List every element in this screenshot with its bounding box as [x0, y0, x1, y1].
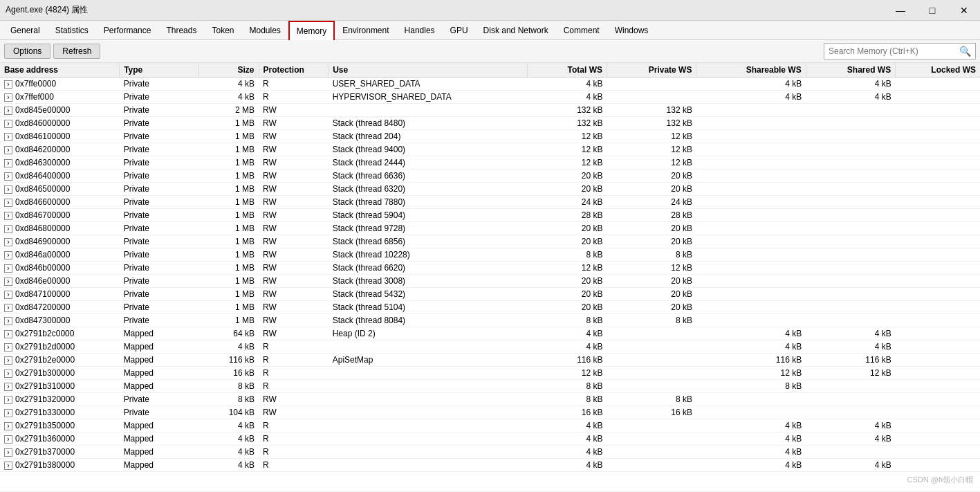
table-row[interactable]: ›0x7ffef000Private4 kBRHYPERVISOR_SHARED…: [0, 91, 980, 104]
expand-icon[interactable]: ›: [4, 356, 12, 365]
table-row[interactable]: ›0x2791b300000Mapped16 kBR12 kB12 kB12 k…: [0, 367, 980, 380]
cell-size: 64 kB: [199, 327, 259, 340]
table-row[interactable]: ›0x2791b350000Mapped4 kBR4 kB4 kB4 kB: [0, 419, 980, 432]
table-row[interactable]: ›0xd846600000Private1 MBRWStack (thread …: [0, 196, 980, 209]
expand-icon[interactable]: ›: [4, 199, 12, 207]
table-row[interactable]: ›0x2791b370000Mapped4 kBR4 kB4 kB: [0, 446, 980, 459]
col-header-lockedws[interactable]: Locked WS: [896, 63, 980, 78]
table-row[interactable]: ›0xd846000000Private1 MBRWStack (thread …: [0, 117, 980, 130]
table-row[interactable]: ›0xd846900000Private1 MBRWStack (thread …: [0, 235, 980, 248]
expand-icon[interactable]: ›: [4, 291, 12, 299]
title-bar-controls: — □ ✕: [885, 0, 980, 21]
cell-sharedws: [806, 130, 895, 143]
tab-performance[interactable]: Performance: [96, 21, 159, 40]
expand-icon[interactable]: ›: [4, 238, 12, 246]
table-row[interactable]: ›0xd846e00000Private1 MBRWStack (thread …: [0, 275, 980, 288]
table-row[interactable]: ›0xd846300000Private1 MBRWStack (thread …: [0, 156, 980, 170]
tab-comment[interactable]: Comment: [556, 21, 607, 40]
expand-icon[interactable]: ›: [4, 251, 12, 259]
table-row[interactable]: ›0xd846b00000Private1 MBRWStack (thread …: [0, 262, 980, 275]
tab-threads[interactable]: Threads: [158, 21, 204, 40]
expand-icon[interactable]: ›: [4, 264, 12, 273]
expand-icon[interactable]: ›: [4, 185, 12, 194]
expand-icon[interactable]: ›: [4, 383, 12, 391]
expand-icon[interactable]: ›: [4, 120, 12, 128]
expand-icon[interactable]: ›: [4, 343, 12, 352]
table-row[interactable]: ›0xd846700000Private1 MBRWStack (thread …: [0, 209, 980, 222]
table-row[interactable]: ›0x2791b360000Mapped4 kBR4 kB4 kB4 kB: [0, 432, 980, 446]
table-row[interactable]: ›0x2791b2e0000Mapped116 kBRApiSetMap116 …: [0, 354, 980, 367]
expand-icon[interactable]: ›: [4, 317, 12, 325]
table-row[interactable]: ›0xd847200000Private1 MBRWStack (thread …: [0, 301, 980, 314]
expand-icon[interactable]: ›: [4, 172, 12, 181]
expand-icon[interactable]: ›: [4, 212, 12, 220]
table-row[interactable]: ›0x2791b330000Private104 kBRW16 kB16 kB: [0, 406, 980, 419]
col-header-size[interactable]: Size: [199, 63, 259, 78]
cell-sharedws: 116 kB: [806, 354, 895, 367]
memory-table-wrapper[interactable]: Base addressTypeSizeProtectionUseTotal W…: [0, 63, 980, 491]
table-row[interactable]: ›0xd846500000Private1 MBRWStack (thread …: [0, 183, 980, 196]
expand-icon[interactable]: ›: [4, 80, 12, 89]
cell-use: [329, 367, 528, 380]
expand-icon[interactable]: ›: [4, 107, 12, 115]
expand-icon[interactable]: ›: [4, 409, 12, 417]
cell-totalws: 4 kB: [527, 340, 607, 354]
tab-statistics[interactable]: Statistics: [48, 21, 96, 40]
expand-icon[interactable]: ›: [4, 93, 12, 102]
tab-windows[interactable]: Windows: [607, 21, 656, 40]
col-header-protection[interactable]: Protection: [259, 63, 329, 78]
col-header-sharedws[interactable]: Shared WS: [806, 63, 895, 78]
expand-icon[interactable]: ›: [4, 448, 12, 457]
table-row[interactable]: ›0xd847300000Private1 MBRWStack (thread …: [0, 314, 980, 327]
tab-environment[interactable]: Environment: [335, 21, 396, 40]
table-row[interactable]: ›0xd845e00000Private2 MBRW132 kB132 kB: [0, 104, 980, 117]
col-header-baseaddress[interactable]: Base address: [0, 63, 120, 78]
tab-token[interactable]: Token: [204, 21, 241, 40]
col-header-type[interactable]: Type: [120, 63, 199, 78]
expand-icon[interactable]: ›: [4, 146, 12, 154]
tab-modules[interactable]: Modules: [241, 21, 288, 40]
expand-icon[interactable]: ›: [4, 462, 12, 470]
refresh-button[interactable]: Refresh: [53, 44, 100, 59]
table-row[interactable]: ›0xd846100000Private1 MBRWStack (thread …: [0, 130, 980, 143]
tab-gpu[interactable]: GPU: [443, 21, 476, 40]
table-row[interactable]: ›0xd846200000Private1 MBRWStack (thread …: [0, 143, 980, 156]
table-row[interactable]: ›0xd846a00000Private1 MBRWStack (thread …: [0, 248, 980, 262]
tab-disknet[interactable]: Disk and Network: [476, 21, 556, 40]
table-row[interactable]: ›0x2791b380000Mapped4 kBR4 kB4 kB4 kB: [0, 459, 980, 472]
cell-type: Private: [120, 288, 199, 301]
col-header-totalws[interactable]: Total WS: [527, 63, 607, 78]
expand-icon[interactable]: ›: [4, 133, 12, 141]
expand-icon[interactable]: ›: [4, 330, 12, 338]
expand-icon[interactable]: ›: [4, 304, 12, 312]
tab-handles[interactable]: Handles: [397, 21, 443, 40]
options-button[interactable]: Options: [4, 44, 50, 59]
expand-icon[interactable]: ›: [4, 159, 12, 167]
table-row[interactable]: ›0x2791b320000Private8 kBRW8 kB8 kB: [0, 393, 980, 406]
table-row[interactable]: ›0x7ffe0000Private4 kBRUSER_SHARED_DATA4…: [0, 78, 980, 91]
table-row[interactable]: ›0x2791b2d0000Mapped4 kBR4 kB4 kB4 kB: [0, 340, 980, 354]
col-header-shareablews[interactable]: Shareable WS: [696, 63, 806, 78]
table-row[interactable]: ›0xd846800000Private1 MBRWStack (thread …: [0, 222, 980, 235]
expand-icon[interactable]: ›: [4, 396, 12, 404]
cell-type: Private: [120, 183, 199, 196]
expand-icon[interactable]: ›: [4, 277, 12, 286]
expand-icon[interactable]: ›: [4, 225, 12, 233]
tab-general[interactable]: General: [3, 21, 48, 40]
table-row[interactable]: ›0x2791b310000Mapped8 kBR8 kB8 kB: [0, 380, 980, 393]
col-header-privatews[interactable]: Private WS: [607, 63, 696, 78]
search-input[interactable]: [829, 46, 959, 56]
table-row[interactable]: ›0x2791b2c0000Mapped64 kBRWHeap (ID 2)4 …: [0, 327, 980, 340]
table-row[interactable]: ›0xd846400000Private1 MBRWStack (thread …: [0, 170, 980, 183]
minimize-button[interactable]: —: [885, 0, 916, 21]
cell-base: ›0xd846900000: [0, 235, 120, 248]
table-row[interactable]: ›0xd847100000Private1 MBRWStack (thread …: [0, 288, 980, 301]
col-header-use[interactable]: Use: [329, 63, 528, 78]
expand-icon[interactable]: ›: [4, 435, 12, 444]
close-button[interactable]: ✕: [948, 0, 980, 21]
expand-icon[interactable]: ›: [4, 370, 12, 378]
search-icon-button[interactable]: 🔍: [959, 46, 971, 57]
expand-icon[interactable]: ›: [4, 422, 12, 430]
maximize-button[interactable]: □: [916, 0, 948, 21]
tab-memory[interactable]: Memory: [288, 21, 335, 40]
